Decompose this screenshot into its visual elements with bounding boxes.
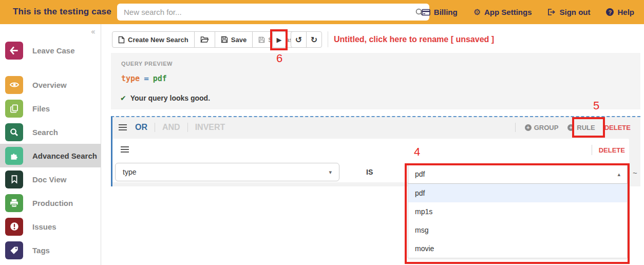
field-select[interactable]: type ▾ <box>115 163 339 181</box>
app-settings-label: App Settings <box>484 8 532 16</box>
sidebar-item-label: Advanced Search <box>32 152 97 160</box>
delete-group-button[interactable]: DELETE <box>604 124 631 131</box>
option-msg[interactable]: msg <box>408 221 627 239</box>
group-actions: + GROUP + RULE DELETE <box>515 123 631 132</box>
main-content: Create New Search Save Save as... ▶ ↺ ↻ … <box>102 24 644 265</box>
rule-drag-handle-icon[interactable] <box>121 146 129 153</box>
toolbar-divider <box>328 31 328 47</box>
sign-out-link[interactable]: Sign out <box>547 8 590 16</box>
add-group-label: GROUP <box>534 124 559 131</box>
delete-rule-button[interactable]: DELETE <box>599 146 625 154</box>
search-input[interactable] <box>117 4 429 21</box>
tag-icon <box>5 241 23 259</box>
puzzle-icon <box>5 147 23 165</box>
operator-or[interactable]: OR <box>135 123 147 132</box>
chevron-down-icon: ▾ <box>329 169 332 176</box>
eye-icon <box>5 76 23 94</box>
sidebar-collapse-icon[interactable]: « <box>91 27 96 36</box>
annotation-step-4: 4 <box>414 145 420 159</box>
case-title: This is the testing case <box>13 7 111 17</box>
billing-label: Billing <box>434 8 458 16</box>
sidebar-item-tags[interactable]: Tags <box>0 238 101 262</box>
annotation-step-5: 5 <box>593 99 599 112</box>
help-icon: ? <box>606 8 614 16</box>
sidebar-item-label: Tags <box>32 246 50 255</box>
files-icon <box>5 100 23 118</box>
sidebar-item-label: Overview <box>32 81 67 89</box>
app-settings-link[interactable]: ⚙ App Settings <box>473 8 532 16</box>
query-preview-panel: QUERY PREVIEW type=pdf ✔ Your query look… <box>111 53 640 109</box>
undo-redo-group: ↺ ↻ <box>291 31 322 48</box>
create-new-search-button[interactable]: Create New Search <box>112 31 195 48</box>
operator-divider <box>155 123 155 132</box>
value-dropdown: pdf ▴ pdf mp1s msg movie <box>408 164 628 258</box>
run-search-button[interactable]: ▶ <box>272 31 286 48</box>
search-rename-title[interactable]: Untitled, click here to rename [ unsaved… <box>334 35 494 44</box>
rule-delete-divider <box>592 145 592 155</box>
save-label: Save <box>231 36 247 44</box>
sidebar-item-label: Issues <box>32 222 56 231</box>
query-preview-heading: QUERY PREVIEW <box>121 61 173 67</box>
option-pdf[interactable]: pdf <box>408 184 627 202</box>
new-file-icon <box>118 36 125 44</box>
sidebar-item-label: Files <box>32 104 50 113</box>
sidebar-item-label: Doc View <box>32 175 66 184</box>
billing-icon <box>422 9 430 16</box>
billing-link[interactable]: Billing <box>422 8 458 16</box>
sign-out-icon <box>547 8 556 16</box>
rule-delete-area: DELETE <box>592 145 625 155</box>
play-icon: ▶ <box>277 36 282 44</box>
save-button[interactable]: Save <box>215 31 253 48</box>
rule-operator-label: IS <box>366 168 373 176</box>
add-group-button[interactable]: + GROUP <box>525 124 559 131</box>
help-label: Help <box>617 8 634 16</box>
add-rule-button[interactable]: + RULE <box>567 124 595 131</box>
sidebar-item-doc-view[interactable]: Doc View <box>0 167 101 191</box>
plus-circle-icon: + <box>525 124 532 131</box>
query-field: type <box>121 74 140 83</box>
redo-icon: ↻ <box>311 35 317 45</box>
global-search <box>117 4 429 21</box>
bookmark-icon <box>5 171 23 188</box>
help-link[interactable]: ? Help <box>606 8 634 16</box>
plus-circle-icon: + <box>567 124 574 131</box>
magnifier-icon <box>5 123 23 141</box>
sidebar-item-overview[interactable]: Overview <box>0 73 101 97</box>
undo-icon: ↺ <box>295 35 302 45</box>
operator-invert[interactable]: INVERT <box>195 123 225 132</box>
exclamation-circle-icon <box>5 218 23 236</box>
value-select[interactable]: pdf ▴ <box>408 164 628 184</box>
sidebar-item-label: Leave Case <box>32 46 75 55</box>
sidebar-item-label: Production <box>32 199 73 207</box>
save-as-icon <box>258 36 265 43</box>
operator-and[interactable]: AND <box>162 123 180 132</box>
check-icon: ✔ <box>120 94 126 102</box>
redo-button[interactable]: ↻ <box>306 31 322 48</box>
save-icon <box>221 36 228 43</box>
sidebar-item-production[interactable]: Production <box>0 191 101 215</box>
sign-out-label: Sign out <box>559 8 590 16</box>
sidebar-item-issues[interactable]: Issues <box>0 215 101 238</box>
option-movie[interactable]: movie <box>408 239 627 258</box>
create-new-search-label: Create New Search <box>128 36 188 44</box>
sidebar-item-advanced-search[interactable]: Advanced Search <box>0 144 101 167</box>
value-select-value: pdf <box>415 170 425 178</box>
sidebar-item-files[interactable]: Files <box>0 97 101 120</box>
open-search-button[interactable] <box>194 31 215 48</box>
field-select-value: type <box>123 168 136 176</box>
undo-button[interactable]: ↺ <box>291 31 307 48</box>
group-operator-toggle: OR AND INVERT <box>135 123 225 132</box>
group-header: OR AND INVERT + GROUP + RULE DELETE <box>112 117 640 138</box>
option-mp1s[interactable]: mp1s <box>408 202 627 221</box>
sidebar-item-label: Search <box>32 128 58 137</box>
app-settings-icon: ⚙ <box>473 8 481 16</box>
fuzzy-suffix: ~ <box>633 168 637 177</box>
query-value: pdf <box>153 74 167 83</box>
sidebar-item-search[interactable]: Search <box>0 120 101 144</box>
sidebar-item-leave-case[interactable]: Leave Case <box>0 39 101 62</box>
value-options-menu: pdf mp1s msg movie <box>408 184 628 258</box>
group-drag-handle-icon[interactable] <box>119 124 127 130</box>
query-preview-code: type=pdf <box>121 73 167 83</box>
printer-icon <box>5 194 23 212</box>
operator-divider <box>187 123 188 132</box>
